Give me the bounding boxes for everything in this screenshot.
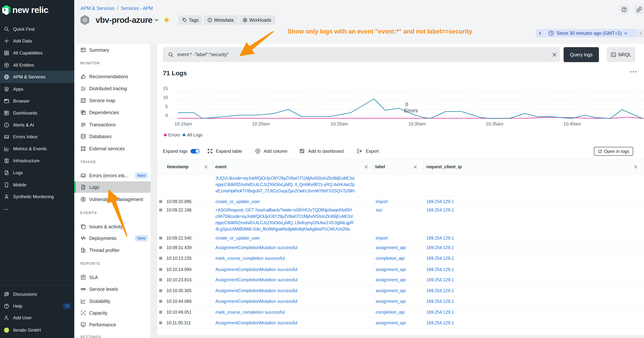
svg-text:10:40am: 10:40am bbox=[564, 121, 581, 126]
svg-text:0: 0 bbox=[165, 113, 168, 118]
svg-text:10:25am: 10:25am bbox=[330, 121, 348, 126]
svg-text:Errors: Errors bbox=[404, 108, 418, 113]
svg-text:10:35am: 10:35am bbox=[486, 121, 503, 126]
svg-text:All Logs: All Logs bbox=[187, 133, 202, 137]
svg-text:15: 15 bbox=[163, 86, 168, 91]
svg-text:0: 0 bbox=[406, 102, 408, 107]
svg-text:10: 10 bbox=[163, 95, 168, 100]
svg-text:10:15am: 10:15am bbox=[174, 121, 192, 126]
svg-text:Errors: Errors bbox=[168, 133, 180, 137]
svg-text:10:20am: 10:20am bbox=[252, 121, 270, 126]
svg-text:5: 5 bbox=[165, 104, 168, 109]
svg-text:10:30am: 10:30am bbox=[408, 121, 426, 126]
